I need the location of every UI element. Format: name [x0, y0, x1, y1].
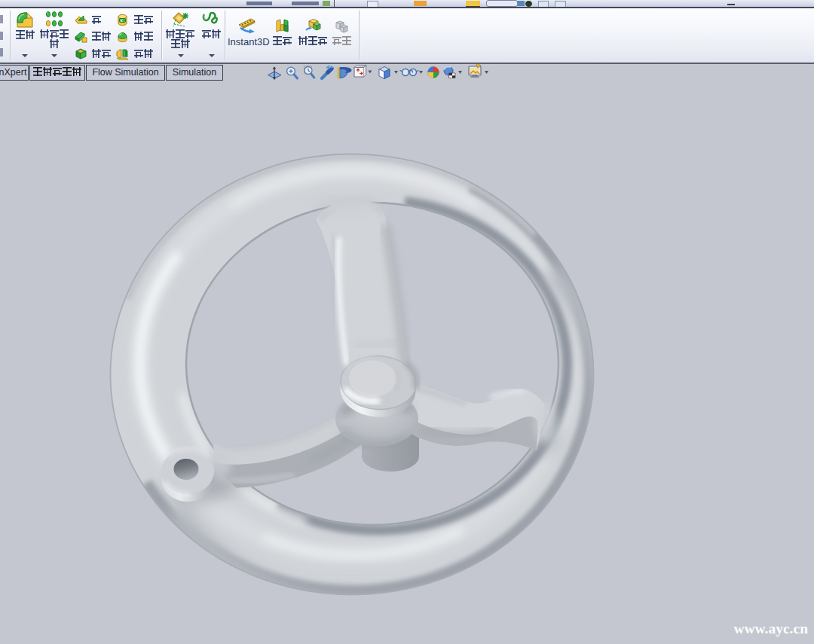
svg-text:www.ayc.cn: www.ayc.cn	[733, 621, 808, 636]
